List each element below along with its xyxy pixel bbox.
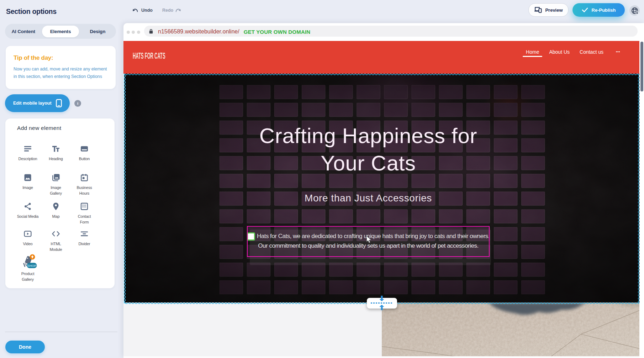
svg-text:SHOP: SHOP (27, 264, 36, 268)
